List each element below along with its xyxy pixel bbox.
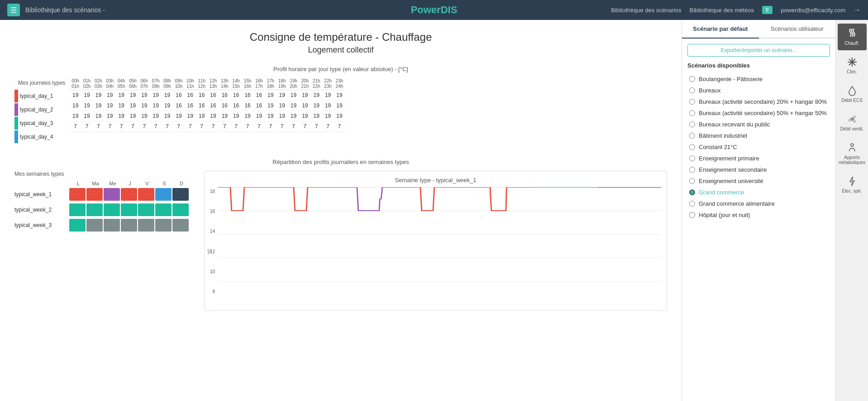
week-day-cell[interactable]	[138, 203, 154, 216]
table-cell: 7	[185, 121, 196, 132]
scenario-item[interactable]: Hôpital (jour et nuit)	[687, 209, 830, 221]
week-day-cell[interactable]	[69, 188, 86, 201]
nav-link-meteo[interactable]: Bibliothèque des météos	[690, 7, 754, 14]
week-day-cell[interactable]	[69, 203, 86, 216]
scenario-item[interactable]: Grand commerce	[687, 187, 830, 198]
week-day-cell[interactable]	[104, 203, 120, 216]
sidebar-item-clim[interactable]: Clim.	[838, 52, 867, 79]
week-day-cell[interactable]	[172, 188, 189, 201]
sidebar-item-apports[interactable]: Apports métaboliques	[838, 138, 867, 169]
main-layout: Consigne de température - Chauffage Loge…	[0, 20, 868, 401]
week-day-cell[interactable]	[155, 219, 172, 232]
table-cell: 7	[311, 121, 322, 132]
scenario-radio[interactable]	[689, 121, 695, 127]
week-day-cell[interactable]	[138, 219, 154, 232]
table-cell: 19	[150, 111, 162, 121]
table-cell: 7	[104, 121, 115, 132]
hour-header: 01h02h	[81, 78, 92, 90]
week-day-cell[interactable]	[121, 188, 137, 201]
row-color-bar	[14, 130, 18, 143]
week-row[interactable]: typical_week_3	[14, 219, 190, 232]
scenario-item[interactable]: Boulangenie - Pâtisserie	[687, 73, 830, 85]
navbar-page-title: Bibliothèque des scénarios -	[25, 6, 105, 14]
week-row[interactable]: typical_week_2	[14, 203, 190, 216]
scenario-radio[interactable]	[689, 201, 695, 207]
profile-table-section-title: Profil horaire par jour type (en valeur …	[14, 66, 667, 72]
week-day-cell[interactable]	[155, 203, 172, 216]
hour-header: 18h19h	[276, 78, 287, 90]
sidebar-item-debit-ventil[interactable]: Débit ventil.	[838, 109, 867, 136]
table-cell: 19	[104, 90, 115, 101]
menu-icon[interactable]: ☰	[7, 4, 20, 16]
week-day-cell[interactable]	[86, 203, 103, 216]
table-cell: 19	[311, 90, 322, 101]
row-label-text: typical_day_3	[20, 120, 70, 126]
scenario-radio[interactable]	[689, 144, 695, 150]
week-day-cell[interactable]	[172, 203, 189, 216]
scenario-item[interactable]: Enseignement primaire	[687, 153, 830, 164]
scenario-radio[interactable]	[689, 167, 695, 173]
week-day-cell[interactable]	[86, 219, 103, 232]
table-cell: 7	[322, 121, 334, 132]
week-day-cell[interactable]	[104, 188, 120, 201]
scenario-item[interactable]: Bureaux recevant du public	[687, 119, 830, 130]
table-cell: 19	[265, 101, 276, 111]
week-day-cell[interactable]	[155, 188, 172, 201]
scenario-item[interactable]: Constant 21°C	[687, 141, 830, 153]
page-subtitle: Logement collectif	[14, 45, 667, 55]
table-cell: 7	[150, 121, 162, 132]
table-cell: 7	[196, 121, 207, 132]
scenario-item[interactable]: Bâtiment industriel	[687, 130, 830, 141]
scenario-item[interactable]: Bureaux (activité secondaire) 50% + hang…	[687, 107, 830, 119]
sidebar-item-elec[interactable]: Elec. spé.	[838, 171, 867, 198]
table-cell: 16	[196, 90, 207, 101]
scenario-radio[interactable]	[689, 189, 695, 195]
heat-icon	[847, 28, 858, 39]
scenario-item[interactable]: Bureaux (activité secondaire) 20% + hang…	[687, 96, 830, 107]
table-cell: 7	[93, 121, 104, 132]
scenario-item[interactable]: Grand commerce alimentaire	[687, 198, 830, 209]
export-import-button[interactable]: Exporter/importer un scénario...	[687, 44, 830, 57]
table-cell: 19	[138, 101, 150, 111]
scenario-radio[interactable]	[689, 212, 695, 218]
sidebar-item-debit-ecs[interactable]: Débit ECS	[838, 81, 867, 107]
tab-scenarios-utilisateur[interactable]: Scénarios utilisateur	[759, 20, 836, 38]
scenario-label: Enseignement université	[699, 178, 763, 184]
scenario-radio[interactable]	[689, 178, 695, 184]
scenario-item[interactable]: Enseignement secondaire	[687, 164, 830, 175]
week-row[interactable]: typical_week_1	[14, 188, 190, 201]
scenario-item[interactable]: Bureaux	[687, 85, 830, 96]
scenario-item[interactable]: Enseignement université	[687, 175, 830, 187]
week-day-cell[interactable]	[138, 188, 154, 201]
scenario-radio[interactable]	[689, 155, 695, 161]
table-cell: 16	[173, 101, 184, 111]
sidebar-item-chauff[interactable]: Chauff.	[838, 24, 867, 50]
week-day-cell[interactable]	[86, 188, 103, 201]
week-day-cell[interactable]	[172, 219, 189, 232]
hour-header: 03h04h	[104, 78, 115, 90]
row-label-text: typical_day_2	[20, 106, 70, 113]
nav-link-scenarios[interactable]: Bibliothèque des scénarios	[611, 7, 681, 14]
table-cell: 16	[230, 90, 242, 101]
week-day-cell[interactable]	[69, 219, 86, 232]
table-cell: 19	[93, 101, 104, 111]
scenario-radio[interactable]	[689, 99, 695, 105]
table-cell: 7	[230, 121, 242, 132]
week-day-cell[interactable]	[121, 203, 137, 216]
day-label: D	[173, 181, 190, 186]
table-cell: 19	[196, 111, 207, 121]
scenario-label: Bureaux (activité secondaire) 20% + hang…	[699, 98, 827, 105]
tab-scenario-defaut[interactable]: Scénario par défaut	[682, 20, 759, 39]
lang-badge[interactable]: fr	[762, 6, 773, 14]
scenario-radio[interactable]	[689, 110, 695, 116]
scenario-radio[interactable]	[689, 133, 695, 139]
scenario-radio[interactable]	[689, 87, 695, 93]
week-day-cell[interactable]	[121, 219, 137, 232]
week-day-cell[interactable]	[104, 219, 120, 232]
weekly-days-row: LMaMeJVSD	[14, 181, 190, 186]
table-cell: 7	[242, 121, 253, 132]
logout-icon[interactable]: →	[854, 6, 861, 14]
table-cell: 19	[334, 90, 345, 101]
table-cell: 16	[185, 90, 196, 101]
scenario-radio[interactable]	[689, 76, 695, 82]
